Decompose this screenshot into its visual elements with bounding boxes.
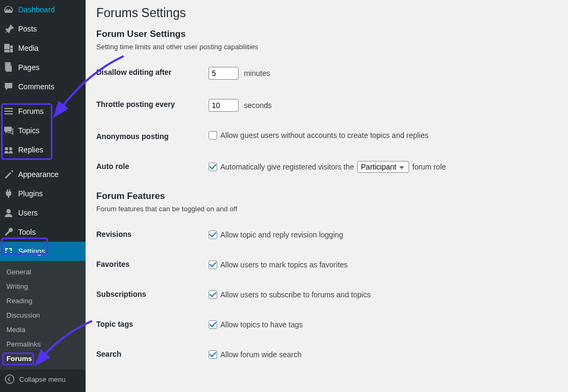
settings-submenu: General Writing Reading Discussion Media…: [0, 261, 86, 370]
row-label: Favorites: [96, 249, 203, 279]
sidebar-item-label: Users: [18, 209, 81, 217]
replies-icon: [3, 144, 14, 155]
feature-option-search[interactable]: Allow forum wide search: [209, 350, 302, 359]
feature-text: Allow forum wide search: [220, 350, 302, 359]
submenu-item-writing[interactable]: Writing: [0, 279, 86, 294]
plugins-icon: [3, 188, 14, 199]
feature-text: Allow topic and reply revision logging: [220, 230, 343, 239]
anonymous-checkbox[interactable]: [209, 131, 217, 140]
row-label-throttle: Throttle posting every: [96, 89, 203, 121]
anonymous-checkbox-label: Allow guest users without accounts to cr…: [220, 131, 428, 140]
sidebar-item-label: Comments: [18, 82, 81, 91]
topics-icon: [3, 125, 14, 136]
submenu-item-general[interactable]: General: [0, 265, 86, 279]
users-icon: [3, 207, 14, 218]
media-icon: [3, 43, 14, 53]
feature-checkbox[interactable]: [209, 230, 217, 239]
comments-icon: [3, 81, 14, 92]
sidebar-item-label: Pages: [18, 63, 81, 72]
sidebar-item-media[interactable]: Media: [0, 39, 86, 58]
row-label-anonymous: Anonymous posting: [96, 121, 203, 151]
row-label: Revisions: [96, 219, 203, 249]
collapse-label: Collapse menu: [19, 375, 66, 383]
row-label-disallow-editing: Disallow editing after: [96, 57, 203, 89]
section-heading-user-settings: Forum User Settings: [96, 29, 557, 40]
dashboard-icon: [3, 4, 14, 15]
section-description-features: Forum features that can be toggled on an…: [96, 205, 557, 213]
feature-checkbox[interactable]: [209, 320, 217, 329]
submenu-item-reading[interactable]: Reading: [0, 294, 86, 308]
submenu-item-forums[interactable]: Forums: [0, 351, 86, 366]
auto-role-option[interactable]: Automatically give registered visitors t…: [209, 161, 446, 173]
sidebar-item-label: Topics: [18, 126, 81, 135]
submenu-item-permalinks[interactable]: Permalinks: [0, 337, 86, 351]
sidebar-item-forums[interactable]: Forums: [0, 102, 86, 121]
user-settings-table: Disallow editing after minutes Throttle …: [96, 57, 557, 182]
sidebar-item-label: Media: [18, 44, 81, 52]
svg-point-4: [5, 375, 14, 383]
unit-minutes: minutes: [244, 69, 270, 78]
forum-features-table: Revisions Allow topic and reply revision…: [96, 219, 557, 369]
feature-checkbox[interactable]: [209, 290, 217, 299]
anonymous-posting-option[interactable]: Allow guest users without accounts to cr…: [209, 131, 428, 140]
unit-seconds: seconds: [244, 101, 272, 110]
feature-text: Allow users to subscribe to forums and t…: [220, 290, 371, 299]
autorole-select[interactable]: Participant: [357, 161, 409, 173]
row-label: Subscriptions: [96, 279, 203, 309]
sidebar-item-label: Posts: [18, 25, 81, 33]
pages-icon: [3, 62, 14, 73]
collapse-menu[interactable]: Collapse menu: [0, 370, 86, 389]
row-label: Search: [96, 339, 203, 369]
feature-text: Allow users to mark topics as favorites: [220, 260, 348, 269]
svg-point-1: [5, 147, 8, 150]
sidebar-item-users[interactable]: Users: [0, 203, 86, 222]
sidebar-item-replies[interactable]: Replies: [0, 140, 86, 159]
autorole-label-before: Automatically give registered visitors t…: [220, 163, 354, 171]
sidebar-item-tools[interactable]: Tools: [0, 222, 86, 242]
autorole-label-after: forum role: [412, 163, 446, 171]
section-description: Setting time limits and other user posti…: [96, 43, 557, 51]
sidebar-item-dashboard[interactable]: Dashboard: [0, 0, 86, 19]
sidebar-item-label: Plugins: [18, 189, 81, 198]
section-heading-forum-features: Forum Features: [96, 191, 557, 202]
sidebar-item-label: Tools: [18, 228, 81, 236]
submenu-item-discussion[interactable]: Discussion: [0, 308, 86, 322]
feature-checkbox[interactable]: [209, 260, 217, 269]
sidebar-item-comments[interactable]: Comments: [0, 77, 86, 96]
feature-option-revisions[interactable]: Allow topic and reply revision logging: [209, 230, 343, 239]
pin-icon: [3, 24, 14, 34]
feature-option-topic-tags[interactable]: Allow topics to have tags: [209, 320, 303, 329]
feature-checkbox[interactable]: [209, 350, 217, 359]
sidebar-item-label: Forums: [18, 107, 81, 116]
throttle-input[interactable]: [209, 99, 239, 112]
collapse-icon: [4, 374, 15, 385]
sidebar-item-appearance[interactable]: Appearance: [0, 165, 86, 184]
sidebar-item-plugins[interactable]: Plugins: [0, 184, 86, 203]
feature-text: Allow topics to have tags: [220, 320, 303, 329]
row-label: Topic tags: [96, 309, 203, 339]
disallow-editing-input[interactable]: [209, 67, 239, 80]
row-label-autorole: Auto role: [96, 151, 203, 182]
feature-option-subscriptions[interactable]: Allow users to subscribe to forums and t…: [209, 290, 371, 299]
sidebar-item-settings[interactable]: Settings: [0, 242, 86, 261]
admin-sidebar: Dashboard Posts Media Pages Comments For…: [0, 0, 86, 392]
sidebar-item-pages[interactable]: Pages: [0, 58, 86, 77]
sidebar-item-label: Replies: [18, 145, 81, 154]
settings-icon: [3, 246, 14, 257]
tools-icon: [3, 227, 14, 237]
appearance-icon: [3, 169, 14, 180]
page-title: Forums Settings: [96, 5, 557, 21]
sidebar-item-label: Appearance: [18, 170, 81, 179]
sidebar-item-label: Dashboard: [18, 5, 81, 14]
sidebar-item-posts[interactable]: Posts: [0, 19, 86, 39]
sidebar-item-label: Settings: [18, 247, 81, 256]
main-content: Forums Settings Forum User Settings Sett…: [86, 0, 568, 392]
feature-option-favorites[interactable]: Allow users to mark topics as favorites: [209, 260, 348, 269]
sidebar-item-topics[interactable]: Topics: [0, 121, 86, 140]
submenu-item-media[interactable]: Media: [0, 322, 86, 337]
svg-point-2: [9, 147, 12, 150]
svg-point-3: [6, 209, 11, 213]
forums-icon: [3, 106, 14, 117]
autorole-checkbox[interactable]: [209, 163, 217, 171]
